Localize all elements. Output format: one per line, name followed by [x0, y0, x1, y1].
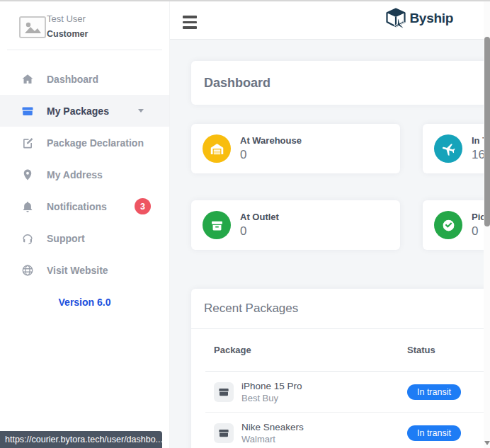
home-icon — [21, 73, 34, 86]
sidebar-item-support[interactable]: Support — [0, 222, 169, 254]
sidebar-item-visit-website[interactable]: Visit Website — [0, 254, 169, 286]
version-link[interactable]: Version 6.0 — [0, 297, 169, 308]
sidebar-divider — [7, 50, 162, 50]
sidebar-item-notifications[interactable]: Notifications 3 — [0, 190, 169, 222]
scrollbar-thumb[interactable] — [484, 37, 490, 226]
page-title-card: Dashboard — [191, 61, 490, 105]
recent-packages-card: Recent Packages Package Status — [191, 289, 490, 448]
map-pin-icon — [21, 168, 34, 181]
sidebar-item-label: Notifications — [47, 201, 107, 212]
byship-box-plane-icon — [384, 7, 407, 30]
page-title: Dashboard — [204, 76, 270, 91]
sidebar-item-my-packages[interactable]: My Packages — [0, 95, 169, 127]
plane-icon — [434, 134, 462, 163]
table-header-row: Package Status — [205, 329, 490, 372]
notification-count-badge: 3 — [135, 198, 151, 214]
edit-icon — [21, 137, 34, 149]
recent-packages-title: Recent Packages — [204, 301, 298, 316]
sidebar-item-label: Visit Website — [47, 265, 108, 276]
status-badge[interactable]: In transit — [407, 384, 461, 400]
column-header-package: Package — [205, 345, 407, 355]
packages-table: Package Status iPhone 15 Pro — [205, 329, 490, 448]
hamburger-menu-icon[interactable] — [183, 16, 197, 32]
bell-icon — [21, 200, 34, 213]
table-row[interactable]: iPhone 15 Pro Best Buy In transit — [205, 372, 490, 413]
scrollbar-track[interactable] — [484, 1, 490, 448]
window-top-border — [0, 0, 490, 1]
image-placeholder-icon — [22, 19, 43, 35]
stats-grid: At Warehouse 0 In Transit 16 — [191, 124, 490, 250]
package-vendor: Best Buy — [241, 393, 302, 403]
user-role: Customer — [47, 29, 88, 39]
top-header: Byship — [170, 1, 490, 40]
warehouse-icon — [203, 134, 231, 163]
link-status-bar: https://courier.bytora.tech/user/dashbo.… — [0, 431, 162, 448]
stat-card-at-outlet: At Outlet 0 — [191, 200, 400, 250]
sidebar-nav: Dashboard My Packages Package Declaratio… — [0, 63, 169, 286]
package-name: iPhone 15 Pro — [241, 381, 302, 391]
stat-card-at-warehouse: At Warehouse 0 — [191, 124, 400, 173]
package-box-icon — [214, 382, 234, 402]
user-profile[interactable]: Test User Customer — [0, 1, 169, 50]
globe-icon — [21, 264, 34, 277]
stat-label: At Outlet — [240, 212, 279, 222]
sidebar-item-package-declaration[interactable]: Package Declaration — [0, 127, 169, 159]
sidebar-item-dashboard[interactable]: Dashboard — [0, 63, 169, 95]
column-header-status: Status — [407, 345, 490, 355]
table-row[interactable]: Nike Sneakers Walmart In transit — [205, 413, 490, 448]
stat-value: 0 — [240, 148, 302, 162]
stat-value: 0 — [240, 224, 279, 239]
sidebar-item-my-address[interactable]: My Address — [0, 159, 169, 190]
brand-logo[interactable]: Byship — [384, 7, 453, 30]
sidebar-item-label: Support — [47, 233, 85, 244]
brand-name: Byship — [409, 11, 453, 26]
package-name: Nike Sneakers — [241, 422, 304, 432]
scroll-down-arrow-icon[interactable] — [484, 441, 490, 445]
stat-card-in-transit: In Transit 16 — [423, 124, 490, 173]
sidebar-item-label: Dashboard — [47, 74, 98, 85]
chevron-down-icon — [138, 109, 144, 113]
status-badge[interactable]: In transit — [407, 425, 461, 441]
package-vendor: Walmart — [241, 434, 304, 444]
avatar — [19, 16, 46, 38]
box-icon — [21, 105, 34, 117]
main-content[interactable]: Dashboard At Warehouse 0 — [170, 40, 490, 448]
sidebar-item-label: My Address — [47, 169, 103, 180]
sidebar-item-label: Package Declaration — [47, 137, 144, 149]
stat-label: At Warehouse — [240, 135, 302, 146]
sidebar: Test User Customer Dashboard My Packages — [0, 1, 170, 448]
stat-card-picked-up: Picked Up 0 — [423, 200, 490, 250]
headset-icon — [21, 232, 34, 245]
package-box-icon — [214, 423, 234, 443]
sidebar-item-label: My Packages — [47, 105, 109, 117]
user-name: Test User — [47, 13, 86, 24]
outlet-box-icon — [203, 211, 231, 239]
check-circle-icon — [434, 211, 462, 239]
